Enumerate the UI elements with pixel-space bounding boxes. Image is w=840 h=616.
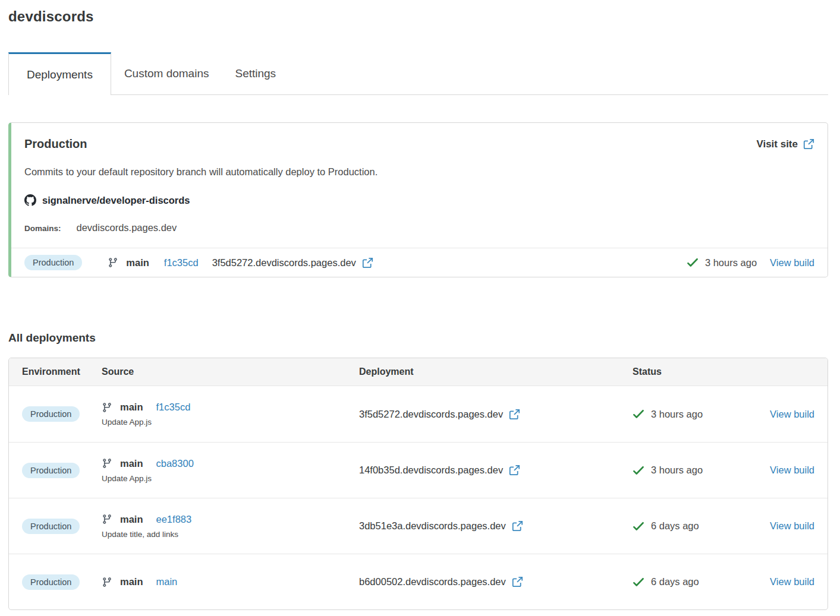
visit-site-label: Visit site [756, 138, 798, 150]
git-branch-icon [102, 402, 112, 413]
success-check-icon [687, 257, 699, 268]
page-title: devdiscords [8, 8, 828, 25]
column-header-status: Status [633, 367, 763, 377]
branch-name: main [120, 514, 143, 525]
deployment-url: 14f0b35d.devdiscords.pages.dev [359, 465, 503, 476]
environment-badge: Production [24, 255, 82, 270]
status-time: 3 hours ago [651, 465, 703, 476]
deployment-url: b6d00502.devdiscords.pages.dev [359, 576, 506, 587]
table-row: Production main ee1f883 Update title, ad… [9, 498, 828, 554]
status-time: 6 days ago [651, 576, 699, 587]
view-build-link[interactable]: View build [770, 409, 814, 419]
git-branch-icon [108, 257, 118, 268]
success-check-icon [633, 520, 644, 532]
branch-name: main [120, 402, 143, 413]
tab-deployments[interactable]: Deployments [8, 52, 111, 95]
domains-value: devdiscords.pages.dev [77, 222, 177, 233]
external-link-icon[interactable] [512, 520, 523, 532]
table-row: Production main cba8300 Update App.js 14… [9, 442, 828, 498]
branch-name: main [120, 458, 143, 469]
commit-link[interactable]: f1c35cd [156, 402, 191, 413]
view-build-link[interactable]: View build [770, 257, 814, 268]
deployment-url: 3f5d5272.devdiscords.pages.dev [359, 409, 503, 420]
success-check-icon [633, 576, 644, 588]
deployment-url: 3f5d5272.devdiscords.pages.dev [212, 257, 356, 268]
commit-link[interactable]: ee1f883 [156, 514, 192, 525]
tab-bar: Deployments Custom domains Settings [8, 52, 828, 95]
git-branch-icon [102, 458, 112, 469]
commit-message: Update App.js [102, 418, 359, 427]
external-link-icon[interactable] [362, 257, 373, 268]
success-check-icon [633, 465, 644, 476]
github-icon [24, 194, 36, 206]
external-link-icon[interactable] [512, 576, 523, 587]
view-build-link[interactable]: View build [770, 576, 814, 587]
git-branch-icon [102, 514, 112, 525]
table-row: Production main main b6d00502.devdiscord… [9, 554, 828, 609]
branch-name: main [126, 257, 149, 268]
production-description: Commits to your default repository branc… [11, 151, 828, 178]
environment-badge: Production [22, 519, 80, 534]
deployment-url: 3db51e3a.devdiscords.pages.dev [359, 520, 506, 532]
production-card: Production Visit site Commits to your de… [8, 122, 828, 277]
pages-project-page: devdiscords Deployments Custom domains S… [0, 0, 840, 610]
tab-settings-label: Settings [235, 67, 276, 80]
external-link-icon [803, 138, 814, 150]
column-header-source: Source [102, 367, 359, 377]
repo-name[interactable]: signalnerve/developer-discords [42, 195, 190, 206]
tab-custom-domains-label: Custom domains [124, 67, 209, 80]
status-time: 6 days ago [651, 520, 699, 532]
environment-badge: Production [22, 574, 80, 590]
git-branch-icon [102, 577, 112, 587]
domains-label: Domains: [24, 224, 61, 233]
tab-custom-domains[interactable]: Custom domains [111, 52, 222, 94]
environment-badge: Production [22, 406, 80, 422]
column-header-environment: Environment [22, 367, 102, 377]
external-link-icon[interactable] [509, 465, 520, 476]
branch-name: main [120, 576, 143, 587]
status-time: 3 hours ago [651, 409, 703, 420]
tab-deployments-label: Deployments [27, 68, 93, 81]
commit-link[interactable]: cba8300 [156, 458, 194, 469]
commit-message: Update App.js [102, 474, 359, 483]
view-build-link[interactable]: View build [770, 520, 814, 531]
all-deployments-title: All deployments [8, 331, 828, 345]
production-card-title: Production [24, 137, 87, 151]
environment-badge: Production [22, 463, 80, 478]
commit-link[interactable]: f1c35cd [164, 257, 199, 268]
status-time: 3 hours ago [705, 257, 757, 268]
success-check-icon [633, 408, 644, 420]
view-build-link[interactable]: View build [770, 465, 814, 475]
column-header-deployment: Deployment [359, 367, 633, 377]
tab-settings[interactable]: Settings [222, 52, 289, 94]
deployments-table: Environment Source Deployment Status Pro… [8, 358, 828, 610]
table-row: Production main f1c35cd Update App.js 3f… [9, 386, 828, 442]
external-link-icon[interactable] [509, 409, 520, 420]
production-deployment-row: Production main f1c35cd 3f5d5272.devdisc… [11, 248, 828, 277]
visit-site-link[interactable]: Visit site [756, 138, 814, 150]
table-header-row: Environment Source Deployment Status [9, 358, 828, 386]
commit-message: Update title, add links [102, 530, 359, 539]
commit-link[interactable]: main [156, 576, 178, 587]
